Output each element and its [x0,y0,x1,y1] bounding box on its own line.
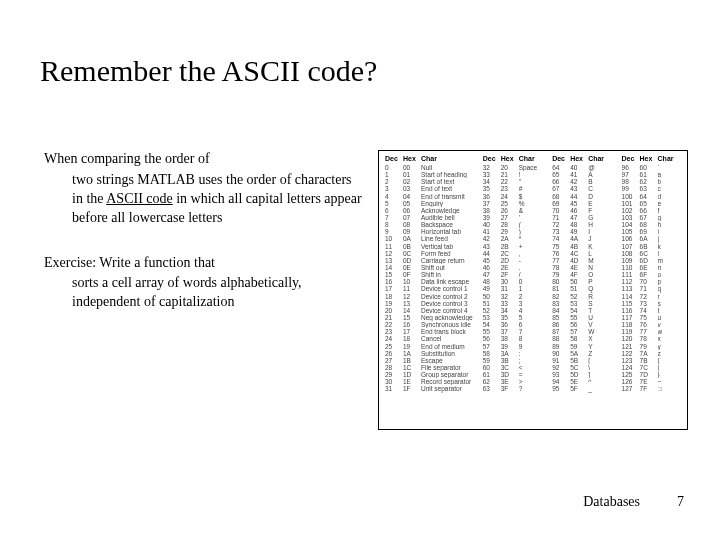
ascii-row: 8959Y [552,343,611,350]
ascii-row: 9761a [622,171,681,178]
paragraph-1: When comparing the order of two strings … [44,150,364,228]
ascii-row: 11674t [622,307,681,314]
ascii-row: 10064d [622,193,681,200]
ascii-row: 8252R [552,293,611,300]
ascii-row: 8050P [552,278,611,285]
ascii-row: 9862b [622,178,681,185]
ascii-row: 603C< [483,364,542,371]
ascii-row: 915B[ [552,357,611,364]
ascii-row: 1086Cl [622,250,681,257]
ascii-row: 202Start of text [385,178,473,185]
ascii-row: 4129) [483,228,542,235]
ascii-row: 1277F□ [622,385,681,392]
ascii-row: 6541A [552,171,611,178]
ascii-row: 3422" [483,178,542,185]
ascii-row: 1227Az [622,350,681,357]
ascii-row: 1106En [622,264,681,271]
ascii-row: 3321! [483,171,542,178]
ascii-row: 4028( [483,221,542,228]
ascii-col-header: DecHexChar [385,155,473,162]
ascii-row: 3826& [483,207,542,214]
ascii-row: 3523# [483,185,542,192]
ascii-row: 794FO [552,271,611,278]
ascii-row: 3220Space [483,164,542,171]
ascii-row: 9660` [622,164,681,171]
ascii-row: 2317End trans block [385,328,473,335]
ascii-row: 000Null [385,164,473,171]
ascii-row: 101Start of heading [385,171,473,178]
ascii-row: 6743C [552,185,611,192]
ascii-row: 1066Aj [622,235,681,242]
ascii-row: 11775u [622,314,681,321]
ascii-row: 10165e [622,200,681,207]
ascii-row: 707Audible bell [385,214,473,221]
ascii-row: 1913Device control 3 [385,300,473,307]
ascii-row: 7349I [552,228,611,235]
ascii-row: 1812Device control 2 [385,293,473,300]
ascii-row: 50322 [483,293,542,300]
ascii-row: 505Enquiry [385,200,473,207]
ascii-row: 54366 [483,321,542,328]
ascii-row: 11573s [622,300,681,307]
ascii-row: 100ALine feed [385,235,473,242]
ascii-row: 11270p [622,278,681,285]
ascii-row: 120CForm feed [385,250,473,257]
ascii-row: 291DGroup separator [385,371,473,378]
ascii-row: 422A* [483,235,542,242]
ascii-row: 52344 [483,307,542,314]
ascii-row: 3624$ [483,193,542,200]
ascii-row: 1610Data link escape [385,278,473,285]
page-number: 7 [677,494,684,510]
ascii-row: 754BK [552,243,611,250]
ascii-row: 623E> [483,378,542,385]
ascii-row: 1257D} [622,371,681,378]
para1-rest: two strings MATLAB uses the order of cha… [72,171,364,228]
ascii-row: 472F/ [483,271,542,278]
ascii-row: 9963c [622,185,681,192]
ascii-row: 110BVertical tab [385,243,473,250]
ascii-code-link[interactable]: ASCII code [106,191,173,206]
ascii-row: 909Horizontal tab [385,228,473,235]
ascii-row: 11472r [622,293,681,300]
ascii-row: 462E. [483,264,542,271]
ascii-row: 784EN [552,264,611,271]
ascii-row: 452D- [483,257,542,264]
ascii-row: 271BEscape [385,357,473,364]
ascii-row: 55377 [483,328,542,335]
ascii-row: 6642B [552,178,611,185]
ascii-row: 744AJ [552,235,611,242]
paragraph-2: Exercise: Write a function that sorts a … [44,254,364,313]
ascii-row: 7248H [552,221,611,228]
para2-lead: Exercise: Write a function that [44,255,215,270]
ascii-row: 808Backspace [385,221,473,228]
ascii-row: 2418Cancel [385,335,473,342]
ascii-row: 12179y [622,343,681,350]
ascii-col: DecHexChar3220Space3321!3422"3523#3624$3… [483,155,542,393]
ascii-row: 10569i [622,228,681,235]
ascii-row: 404End of transmit [385,193,473,200]
ascii-row: 281CFile separator [385,364,473,371]
ascii-row: 57399 [483,343,542,350]
ascii-row: 764CL [552,250,611,257]
ascii-row: 1247C| [622,364,681,371]
ascii-row: 10367g [622,214,681,221]
ascii-row: 10468h [622,221,681,228]
ascii-row: 150FShift in [385,271,473,278]
ascii-row: 1711Device control 1 [385,285,473,292]
ascii-col-header: DecHexChar [622,155,681,162]
ascii-row: 7147G [552,214,611,221]
ascii-row: 8858X [552,335,611,342]
ascii-row: 945E^ [552,378,611,385]
ascii-col-header: DecHexChar [483,155,542,162]
ascii-row: 8555U [552,314,611,321]
ascii-row: 6440@ [552,164,611,171]
ascii-row: 606Acknowledge [385,207,473,214]
ascii-row: 1076Bk [622,243,681,250]
ascii-row: 633F? [483,385,542,392]
ascii-col: DecHexChar6440@6541A6642B6743C6844D6945E… [552,155,611,393]
ascii-row: 8757W [552,328,611,335]
ascii-row: 1116Fo [622,271,681,278]
ascii-row: 6844D [552,193,611,200]
ascii-row: 8454T [552,307,611,314]
ascii-row: 2519End of medium [385,343,473,350]
